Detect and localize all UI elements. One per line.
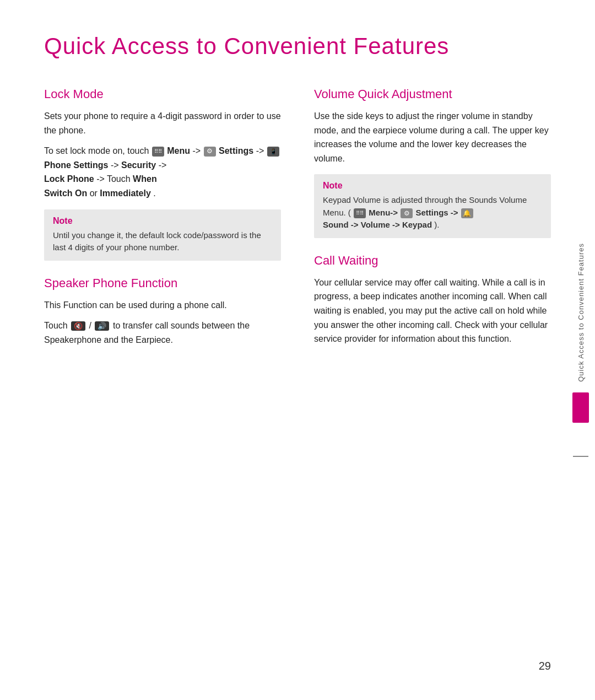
page-title: Quick Access to Convenient Features	[44, 33, 551, 60]
page-number: 29	[539, 660, 551, 672]
sidebar-vertical-text: Quick Access to Convenient Features	[577, 243, 585, 382]
lock-mode-menu-label: Menu	[167, 146, 190, 155]
lock-mode-phone-settings: Phone Settings	[44, 160, 111, 170]
lock-mode-paragraph1: Sets your phone to require a 4-digit pas…	[44, 109, 281, 137]
volume-menu-label: Menu->	[369, 208, 400, 217]
settings-icon: ⚙	[204, 147, 216, 157]
speaker-phone-paragraph1: This Function can be used during a phone…	[44, 298, 281, 313]
arrow5: -> Touch	[96, 174, 133, 184]
lock-mode-note-label: Note	[53, 216, 272, 226]
arrow4: ->	[159, 160, 167, 170]
volume-section: Volume Quick Adjustment Use the side key…	[314, 87, 551, 238]
speaker-mute-icon: 🔇	[71, 321, 85, 331]
volume-note-text: Keypad Volume is adjusted through the So…	[323, 195, 527, 229]
lock-mode-paragraph2: To set lock mode on, touch ⠿⠿ Menu -> ⚙ …	[44, 144, 281, 200]
lock-mode-or: or	[90, 189, 100, 198]
lock-mode-note-text: Until you change it, the default lock co…	[53, 230, 261, 252]
lock-mode-heading: Lock Mode	[44, 87, 281, 101]
left-column: Lock Mode Sets your phone to require a 4…	[44, 87, 281, 362]
right-column: Volume Quick Adjustment Use the side key…	[314, 87, 551, 362]
speaker-on-icon: 🔊	[95, 321, 109, 331]
content-columns: Lock Mode Sets your phone to require a 4…	[44, 87, 551, 362]
speaker-touch-prefix: Touch	[44, 321, 70, 330]
volume-note-suffix: ).	[434, 220, 439, 229]
volume-sound-icon: 🔔	[461, 208, 473, 218]
lock-mode-section: Lock Mode Sets your phone to require a 4…	[44, 87, 281, 261]
speaker-phone-heading: Speaker Phone Function	[44, 276, 281, 290]
speaker-slash: /	[89, 321, 94, 330]
page-container: Quick Access to Convenient Features Lock…	[0, 0, 595, 700]
sidebar-tab: Quick Access to Convenient Features	[566, 0, 595, 700]
volume-paragraph: Use the side keys to adjust the ringer v…	[314, 109, 551, 165]
lock-mode-period: .	[153, 189, 155, 198]
lock-mode-settings-label: Settings	[219, 146, 253, 155]
volume-note-label: Note	[323, 181, 542, 191]
call-waiting-heading: Call Waiting	[314, 254, 551, 268]
sidebar-line	[573, 456, 588, 457]
lock-mode-security: Security	[121, 160, 156, 170]
call-waiting-section: Call Waiting Your cellular service may o…	[314, 254, 551, 346]
volume-note-box: Note Keypad Volume is adjusted through t…	[314, 174, 551, 238]
arrow3: ->	[111, 160, 121, 170]
arrow2: ->	[256, 146, 267, 155]
volume-settings-label: Settings ->	[415, 208, 460, 217]
sidebar-accent-bar	[572, 392, 589, 423]
speaker-phone-paragraph2: Touch 🔇 / 🔊 to transfer call sounds betw…	[44, 319, 281, 347]
volume-menu-icon: ⠿⠿	[354, 208, 366, 218]
volume-sound-label: Sound -> Volume -> Keypad	[323, 220, 432, 229]
arrow1: ->	[192, 146, 203, 155]
lock-mode-note-box: Note Until you change it, the default lo…	[44, 209, 281, 261]
speaker-phone-section: Speaker Phone Function This Function can…	[44, 276, 281, 347]
volume-heading: Volume Quick Adjustment	[314, 87, 551, 101]
lock-mode-to-set: To set lock mode on, touch	[44, 146, 152, 155]
lock-mode-immediately: Immediately	[100, 189, 150, 198]
call-waiting-paragraph: Your cellular service may offer call wai…	[314, 276, 551, 346]
menu-icon: ⠿⠿	[152, 147, 164, 157]
sidebar-text-container: Quick Access to Convenient Features	[572, 243, 589, 457]
phone-settings-icon: 📱	[267, 147, 279, 157]
volume-settings-icon: ⚙	[401, 208, 413, 218]
lock-mode-lock-phone: Lock Phone	[44, 174, 94, 184]
